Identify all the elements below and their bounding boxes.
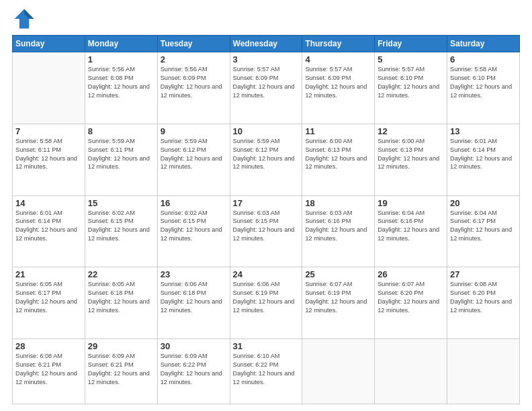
day-number: 23 [161,269,227,279]
day-number: 15 [88,198,154,208]
calendar-week-row: 1Sunrise: 5:56 AM Sunset: 6:08 PM Daylig… [13,52,520,124]
day-info: Sunrise: 5:57 AM Sunset: 6:09 PM Dayligh… [305,65,371,100]
day-info: Sunrise: 5:59 AM Sunset: 6:12 PM Dayligh… [161,137,227,172]
day-number: 16 [161,198,227,208]
day-number: 12 [378,126,444,136]
day-info: Sunrise: 6:08 AM Sunset: 6:21 PM Dayligh… [15,352,82,387]
day-info: Sunrise: 6:06 AM Sunset: 6:19 PM Dayligh… [233,280,300,315]
calendar-cell: 31Sunrise: 6:10 AM Sunset: 6:22 PM Dayli… [230,339,302,404]
calendar-cell: 25Sunrise: 6:07 AM Sunset: 6:19 PM Dayli… [302,267,375,339]
logo-icon [12,7,36,31]
calendar-weekday-tuesday: Tuesday [157,36,230,52]
day-info: Sunrise: 6:07 AM Sunset: 6:19 PM Dayligh… [305,280,371,315]
calendar-weekday-monday: Monday [85,36,157,52]
calendar-week-row: 14Sunrise: 6:01 AM Sunset: 6:14 PM Dayli… [13,195,520,267]
day-number: 31 [233,341,300,351]
calendar-weekday-saturday: Saturday [447,36,520,52]
calendar-cell: 2Sunrise: 5:56 AM Sunset: 6:09 PM Daylig… [157,52,230,124]
calendar-cell: 18Sunrise: 6:03 AM Sunset: 6:16 PM Dayli… [302,195,375,267]
logo [12,7,39,31]
day-number: 20 [450,198,517,208]
day-number: 27 [450,269,517,279]
calendar-cell [375,339,447,404]
calendar-cell: 29Sunrise: 6:09 AM Sunset: 6:21 PM Dayli… [85,339,157,404]
day-info: Sunrise: 5:57 AM Sunset: 6:09 PM Dayligh… [233,65,300,100]
calendar-weekday-friday: Friday [375,36,447,52]
day-number: 19 [378,198,444,208]
day-info: Sunrise: 6:04 AM Sunset: 6:16 PM Dayligh… [378,209,444,244]
calendar-cell: 27Sunrise: 6:08 AM Sunset: 6:20 PM Dayli… [447,267,520,339]
calendar-cell: 12Sunrise: 6:00 AM Sunset: 6:13 PM Dayli… [375,124,447,195]
calendar-cell: 19Sunrise: 6:04 AM Sunset: 6:16 PM Dayli… [375,195,447,267]
day-info: Sunrise: 6:00 AM Sunset: 6:13 PM Dayligh… [305,137,371,172]
day-info: Sunrise: 6:04 AM Sunset: 6:17 PM Dayligh… [450,209,517,244]
calendar-cell [13,52,85,124]
day-info: Sunrise: 6:02 AM Sunset: 6:15 PM Dayligh… [161,209,227,244]
day-number: 9 [161,126,227,136]
day-number: 28 [15,341,82,351]
day-info: Sunrise: 6:09 AM Sunset: 6:22 PM Dayligh… [161,352,227,387]
day-number: 24 [233,269,300,279]
day-info: Sunrise: 6:09 AM Sunset: 6:21 PM Dayligh… [88,352,154,387]
day-info: Sunrise: 6:00 AM Sunset: 6:13 PM Dayligh… [378,137,444,172]
day-info: Sunrise: 6:07 AM Sunset: 6:20 PM Dayligh… [378,280,444,315]
day-info: Sunrise: 5:58 AM Sunset: 6:10 PM Dayligh… [450,65,517,100]
calendar-weekday-thursday: Thursday [302,36,375,52]
day-number: 21 [15,269,82,279]
day-info: Sunrise: 5:57 AM Sunset: 6:10 PM Dayligh… [378,65,444,100]
day-info: Sunrise: 6:08 AM Sunset: 6:20 PM Dayligh… [450,280,517,315]
day-info: Sunrise: 6:06 AM Sunset: 6:18 PM Dayligh… [161,280,227,315]
calendar-cell: 23Sunrise: 6:06 AM Sunset: 6:18 PM Dayli… [157,267,230,339]
day-number: 11 [305,126,371,136]
day-number: 2 [161,54,227,64]
calendar-cell: 4Sunrise: 5:57 AM Sunset: 6:09 PM Daylig… [302,52,375,124]
calendar-cell: 17Sunrise: 6:03 AM Sunset: 6:15 PM Dayli… [230,195,302,267]
page: SundayMondayTuesdayWednesdayThursdayFrid… [0,0,532,411]
calendar-header-row: SundayMondayTuesdayWednesdayThursdayFrid… [13,36,520,52]
calendar-cell: 3Sunrise: 5:57 AM Sunset: 6:09 PM Daylig… [230,52,302,124]
calendar-cell: 7Sunrise: 5:58 AM Sunset: 6:11 PM Daylig… [13,124,85,195]
day-info: Sunrise: 6:01 AM Sunset: 6:14 PM Dayligh… [450,137,517,172]
day-info: Sunrise: 6:03 AM Sunset: 6:15 PM Dayligh… [233,209,300,244]
day-info: Sunrise: 6:05 AM Sunset: 6:18 PM Dayligh… [88,280,154,315]
calendar-cell: 9Sunrise: 5:59 AM Sunset: 6:12 PM Daylig… [157,124,230,195]
day-info: Sunrise: 5:58 AM Sunset: 6:11 PM Dayligh… [15,137,82,172]
day-number: 13 [450,126,517,136]
calendar-table: SundayMondayTuesdayWednesdayThursdayFrid… [12,35,520,404]
day-info: Sunrise: 6:02 AM Sunset: 6:15 PM Dayligh… [88,209,154,244]
calendar-cell: 21Sunrise: 6:05 AM Sunset: 6:17 PM Dayli… [13,267,85,339]
calendar-cell: 1Sunrise: 5:56 AM Sunset: 6:08 PM Daylig… [85,52,157,124]
day-info: Sunrise: 6:03 AM Sunset: 6:16 PM Dayligh… [305,209,371,244]
calendar-cell: 28Sunrise: 6:08 AM Sunset: 6:21 PM Dayli… [13,339,85,404]
day-info: Sunrise: 6:01 AM Sunset: 6:14 PM Dayligh… [15,209,82,244]
calendar-cell [302,339,375,404]
calendar-cell: 5Sunrise: 5:57 AM Sunset: 6:10 PM Daylig… [375,52,447,124]
day-number: 8 [88,126,154,136]
calendar-cell: 11Sunrise: 6:00 AM Sunset: 6:13 PM Dayli… [302,124,375,195]
header [12,7,520,31]
calendar-cell: 13Sunrise: 6:01 AM Sunset: 6:14 PM Dayli… [447,124,520,195]
day-info: Sunrise: 6:05 AM Sunset: 6:17 PM Dayligh… [15,280,82,315]
day-number: 1 [88,54,154,64]
calendar-cell: 16Sunrise: 6:02 AM Sunset: 6:15 PM Dayli… [157,195,230,267]
calendar-cell: 15Sunrise: 6:02 AM Sunset: 6:15 PM Dayli… [85,195,157,267]
day-info: Sunrise: 5:56 AM Sunset: 6:09 PM Dayligh… [161,65,227,100]
calendar-cell: 8Sunrise: 5:59 AM Sunset: 6:11 PM Daylig… [85,124,157,195]
day-info: Sunrise: 5:59 AM Sunset: 6:11 PM Dayligh… [88,137,154,172]
day-info: Sunrise: 6:10 AM Sunset: 6:22 PM Dayligh… [233,352,300,387]
calendar-week-row: 28Sunrise: 6:08 AM Sunset: 6:21 PM Dayli… [13,339,520,404]
calendar-cell: 6Sunrise: 5:58 AM Sunset: 6:10 PM Daylig… [447,52,520,124]
day-number: 14 [15,198,82,208]
day-number: 22 [88,269,154,279]
calendar-week-row: 21Sunrise: 6:05 AM Sunset: 6:17 PM Dayli… [13,267,520,339]
day-number: 5 [378,54,444,64]
calendar-cell: 30Sunrise: 6:09 AM Sunset: 6:22 PM Dayli… [157,339,230,404]
day-number: 7 [15,126,82,136]
day-info: Sunrise: 5:59 AM Sunset: 6:12 PM Dayligh… [233,137,300,172]
day-number: 29 [88,341,154,351]
day-number: 18 [305,198,371,208]
calendar-weekday-sunday: Sunday [13,36,85,52]
day-number: 25 [305,269,371,279]
day-number: 30 [161,341,227,351]
calendar-cell: 22Sunrise: 6:05 AM Sunset: 6:18 PM Dayli… [85,267,157,339]
